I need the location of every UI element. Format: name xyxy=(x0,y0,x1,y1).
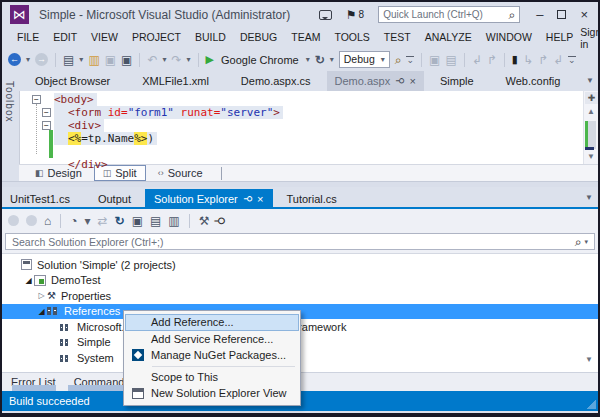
search-dropdown-icon[interactable]: ▾ xyxy=(584,238,588,246)
wrench-icon[interactable]: ⚒ xyxy=(199,215,210,227)
show-all-files-icon[interactable]: ▤ xyxy=(150,215,161,227)
new-file-button[interactable]: ▤ xyxy=(63,54,74,66)
pending-changes-icon[interactable]: ◔ xyxy=(70,215,77,227)
menu-help[interactable]: HELP xyxy=(539,27,580,48)
collapse-box-icon[interactable]: − xyxy=(32,95,41,104)
quick-launch-input[interactable]: Quick Launch (Ctrl+Q) ⌕ xyxy=(378,6,520,23)
tree-node-solution-simple-2-projects-[interactable]: Solution 'Simple' (2 projects) xyxy=(2,257,598,273)
menu-window[interactable]: WINDOW xyxy=(479,27,539,48)
doc-tab-web-config[interactable]: Web.config xyxy=(490,71,577,91)
undo-dropdown-icon[interactable]: ▾ xyxy=(162,56,166,64)
comment-button[interactable]: ▣ xyxy=(429,54,440,66)
menu-debug[interactable]: DEBUG xyxy=(233,27,284,48)
clear-bookmarks-button[interactable]: ↲ xyxy=(553,54,563,66)
tab-overflow-icon[interactable]: ▼ xyxy=(586,76,594,85)
new-file-dropdown-icon[interactable]: ▾ xyxy=(79,56,83,64)
menu-item-add-service-reference-[interactable]: Add Service Reference... xyxy=(125,331,299,348)
code-line[interactable]: </div> xyxy=(20,158,582,171)
find-in-files-button[interactable]: ⌕ xyxy=(395,54,402,66)
scroll-down-icon[interactable]: ▼ xyxy=(587,152,595,161)
refresh-dropdown-icon[interactable]: ▾ xyxy=(330,56,334,64)
search-input[interactable]: Search Solution Explorer (Ctrl+;) ⌕ ▾ xyxy=(5,233,595,250)
menu-item-add-reference-[interactable]: Add Reference... xyxy=(125,314,299,331)
navigate-forward-button[interactable]: → xyxy=(35,53,48,66)
minimize-button[interactable]: – xyxy=(536,8,543,21)
menu-tools[interactable]: TOOLS xyxy=(327,27,376,48)
start-debug-icon[interactable]: ▶ xyxy=(206,54,214,65)
code-lines[interactable]: −<body>−<form id="form1" runat="server">… xyxy=(20,93,582,171)
redo-dropdown-icon[interactable]: ▾ xyxy=(187,56,191,64)
decrease-indent-button[interactable]: ↲ xyxy=(472,54,482,66)
menu-item-scope-to-this[interactable]: Scope to This xyxy=(125,369,299,386)
code-editor[interactable]: −<body>−<form id="form1" runat="server">… xyxy=(19,91,598,164)
pending-dropdown-icon[interactable]: ▾ xyxy=(85,215,91,227)
scroll-up-icon[interactable]: ▲ xyxy=(587,107,595,116)
panel-tab-unittest1-cs[interactable]: UnitTest1.cs xyxy=(2,189,84,209)
browser-target-button[interactable]: Google Chrome xyxy=(221,54,299,66)
collapse-all-icon[interactable]: ▣ xyxy=(132,215,143,227)
menu-file[interactable]: FILE xyxy=(10,27,46,48)
toolbar-overflow-icon[interactable]: ⌄ xyxy=(406,56,414,63)
code-line[interactable]: −<div> xyxy=(20,119,582,132)
save-button[interactable]: ▣ xyxy=(105,54,116,66)
code-line[interactable]: <%=tp.Name%>) xyxy=(20,132,582,145)
open-file-button[interactable]: ▥ xyxy=(88,54,99,66)
se-back-button[interactable] xyxy=(8,215,19,226)
se-forward-button[interactable] xyxy=(26,215,37,226)
navigate-back-button[interactable]: ← xyxy=(8,53,21,66)
maximize-button[interactable] xyxy=(557,10,566,19)
code-line[interactable]: −<body> xyxy=(20,93,582,106)
undo-button[interactable]: ↶ xyxy=(147,54,157,66)
tree-scroll-down-icon[interactable]: ▼ xyxy=(585,355,593,364)
close-icon[interactable]: × xyxy=(257,189,263,209)
tree-node-properties[interactable]: ▷⚒Properties xyxy=(2,288,598,304)
collapse-box-icon[interactable]: − xyxy=(42,121,51,130)
code-line[interactable] xyxy=(20,145,582,158)
preview-pin-icon[interactable]: ⚲ xyxy=(215,216,227,225)
menu-test[interactable]: TEST xyxy=(377,27,418,48)
split-handle-icon[interactable]: ✚ xyxy=(585,92,598,104)
collapsed-arrow-icon[interactable]: ▷ xyxy=(36,291,47,300)
expanded-arrow-icon[interactable]: ◢ xyxy=(36,307,47,316)
refresh-button[interactable]: ↻ xyxy=(315,54,325,66)
scrollbar-thumb[interactable] xyxy=(588,121,596,149)
increase-indent-button[interactable]: ↱ xyxy=(487,54,497,66)
toolbox-tab[interactable]: Toolbox xyxy=(2,71,19,181)
solution-config-select[interactable]: Debug ▾ xyxy=(339,51,390,68)
home-icon[interactable]: ⌂ xyxy=(44,215,51,227)
browser-dropdown-icon[interactable]: ▾ xyxy=(306,56,310,64)
sign-in-button[interactable]: Sign in xyxy=(580,26,600,50)
back-dropdown-icon[interactable]: ▾ xyxy=(26,56,30,64)
toolbar-overflow2-icon[interactable]: ⌄ xyxy=(568,56,576,63)
uncomment-button[interactable]: ▤ xyxy=(445,54,456,66)
close-icon[interactable]: × xyxy=(410,71,416,91)
sync-view-icon[interactable]: ⇄ xyxy=(98,215,108,227)
doc-tab-simple[interactable]: Simple xyxy=(424,71,490,91)
doc-tab-object-browser[interactable]: Object Browser xyxy=(19,71,126,91)
panel-overflow-icon[interactable]: ▼ xyxy=(585,193,593,202)
doc-tab-xmlfile1-xml[interactable]: XMLFile1.xml xyxy=(126,71,225,91)
pin-icon[interactable]: ⚲ xyxy=(390,77,410,84)
refresh-icon[interactable]: ↻ xyxy=(115,215,125,227)
doc-tab-demo-aspx[interactable]: Demo.aspx⚲× xyxy=(327,71,424,91)
notifications-button[interactable]: ⚑ 8 xyxy=(346,9,364,21)
save-all-button[interactable]: ▣ xyxy=(121,54,132,66)
menu-edit[interactable]: EDIT xyxy=(46,27,84,48)
collapse-box-icon[interactable]: − xyxy=(42,108,51,117)
tree-node-demotest[interactable]: ◢DemoTest xyxy=(2,273,598,289)
properties-icon[interactable]: ▥ xyxy=(168,215,179,227)
panel-tab-output[interactable]: Output xyxy=(84,189,145,209)
menu-build[interactable]: BUILD xyxy=(188,27,233,48)
feedback-icon[interactable] xyxy=(319,10,332,20)
menu-analyze[interactable]: ANALYZE xyxy=(418,27,479,48)
redo-button[interactable]: ↷ xyxy=(171,54,181,66)
code-line[interactable]: −<form id="form1" runat="server"> xyxy=(20,106,582,119)
doc-tab-demo-aspx-cs[interactable]: Demo.aspx.cs xyxy=(225,71,327,91)
resize-grip[interactable] xyxy=(587,400,596,409)
menu-item-manage-nuget-packages-[interactable]: Manage NuGet Packages... xyxy=(125,347,299,364)
toggle-bookmark-button[interactable]: ▮ xyxy=(512,54,518,65)
menu-team[interactable]: TEAM xyxy=(284,27,327,48)
menu-view[interactable]: VIEW xyxy=(84,27,125,48)
panel-tab-tutorial-cs[interactable]: Tutorial.cs xyxy=(273,189,351,209)
menu-project[interactable]: PROJECT xyxy=(125,27,188,48)
